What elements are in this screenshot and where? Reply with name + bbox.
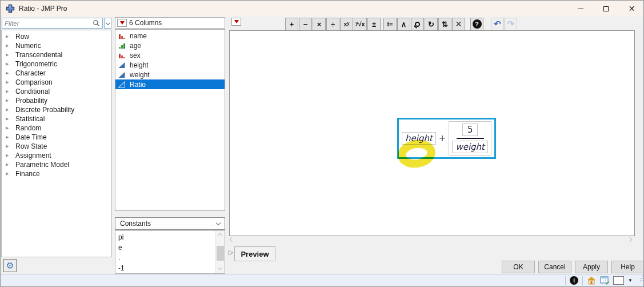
column-row-name[interactable]: name <box>115 31 225 41</box>
canvas-scroll-right-icon[interactable] <box>627 237 632 242</box>
chevron-down-icon <box>216 220 221 225</box>
column-row-sex[interactable]: sex <box>115 50 225 60</box>
function-category-item[interactable]: ▶ Finance <box>2 169 111 178</box>
disclosure-triangle-icon[interactable]: ▶ <box>6 107 13 112</box>
unary-sign-button[interactable]: ± <box>367 18 381 31</box>
swatch-dropdown-icon[interactable]: ▼ <box>628 278 633 283</box>
formula-canvas[interactable]: height + 5 weight <box>229 30 635 236</box>
function-category-item[interactable]: ▶ Numeric <box>2 41 111 50</box>
formula-help-button[interactable]: ? <box>470 18 483 31</box>
preview-disclosure-icon[interactable]: ▷ <box>229 249 233 256</box>
filter-input[interactable] <box>5 20 93 27</box>
close-button[interactable]: ✕ <box>619 1 644 17</box>
disclosure-triangle-icon[interactable]: ▶ <box>6 34 13 39</box>
constant-item[interactable]: . <box>118 253 215 263</box>
power-button[interactable]: xʸ <box>340 18 353 31</box>
settings-button[interactable]: ⚙ <box>3 259 17 272</box>
function-category-item[interactable]: ▶ Probability <box>2 96 111 105</box>
formula-selection-rect[interactable]: height + 5 weight <box>397 118 496 159</box>
columns-menu-button[interactable] <box>117 19 127 27</box>
root-button[interactable]: ʸ√x <box>354 18 367 31</box>
scroll-up-icon[interactable] <box>218 233 222 238</box>
function-category-item[interactable]: ▶ Trigonometric <box>2 59 111 69</box>
maximize-icon <box>603 6 609 11</box>
constant-item[interactable]: pi <box>118 232 215 242</box>
function-category-item[interactable]: ▶ Conditional <box>2 87 111 96</box>
disclosure-triangle-icon[interactable]: ▶ <box>6 162 13 167</box>
disclosure-triangle-icon[interactable]: ▶ <box>6 80 13 85</box>
disclosure-triangle-icon[interactable]: ▶ <box>6 43 13 48</box>
function-category-item[interactable]: ▶ Character <box>2 69 111 78</box>
disclosure-triangle-icon[interactable]: ▶ <box>6 144 13 149</box>
function-category-item[interactable]: ▶ Parametric Model <box>2 160 111 169</box>
redo-button[interactable]: ↷ <box>504 18 517 31</box>
formula-numerator[interactable]: 5 <box>462 123 478 136</box>
function-category-item[interactable]: ▶ Statistical <box>2 114 111 123</box>
constant-item[interactable]: -1 <box>118 263 215 273</box>
preview-button[interactable]: Preview <box>234 246 275 261</box>
peel-expression-button[interactable]: ∧ <box>397 18 410 31</box>
resize-grip[interactable] <box>640 280 641 281</box>
home-icon[interactable] <box>587 276 596 285</box>
function-group-select[interactable]: Constants <box>115 217 225 230</box>
function-category-item[interactable]: ▶ Transcendental <box>2 50 111 59</box>
function-category-label: Comparison <box>15 78 53 86</box>
delete-expression-button[interactable]: × <box>452 18 465 31</box>
maximize-button[interactable] <box>593 1 619 17</box>
switch-terms-button[interactable]: ↻ <box>425 18 438 31</box>
formula-term-height[interactable]: height <box>402 132 436 145</box>
info-icon[interactable]: i <box>570 276 578 285</box>
function-category-item[interactable]: ▶ Row <box>2 32 111 41</box>
minimize-button[interactable] <box>567 1 593 17</box>
constants-scrollbar[interactable] <box>215 231 225 273</box>
column-row-ratio-selected[interactable]: Ratio <box>115 79 225 89</box>
function-category-label: Trigonometric <box>15 60 57 68</box>
column-row-height[interactable]: height <box>115 60 225 70</box>
local-assignment-button[interactable]: t= <box>383 18 397 31</box>
scrollbar-thumb[interactable] <box>217 246 224 261</box>
column-row-weight[interactable]: weight <box>115 70 225 79</box>
function-category-item[interactable]: ▶ Assignment <box>2 151 111 160</box>
subtract-button[interactable]: − <box>299 18 312 31</box>
column-row-age[interactable]: age <box>115 41 225 50</box>
function-category-label: Conditional <box>15 87 50 95</box>
formula-menu-button[interactable] <box>231 18 241 26</box>
divide-button[interactable]: ÷ <box>326 18 339 31</box>
disclosure-triangle-icon[interactable]: ▶ <box>6 172 13 176</box>
disclosure-triangle-icon[interactable]: ▶ <box>6 98 13 103</box>
multiply-button[interactable]: × <box>313 18 326 31</box>
disclosure-triangle-icon[interactable]: ▶ <box>6 117 13 121</box>
formula-plus-operator[interactable]: + <box>439 133 446 144</box>
disclosure-triangle-icon[interactable]: ▶ <box>6 126 13 130</box>
function-category-item[interactable]: ▶ Discrete Probability <box>2 105 111 114</box>
help-button[interactable]: Help <box>611 261 644 273</box>
disclosure-triangle-icon[interactable]: ▶ <box>6 153 13 158</box>
disclosure-triangle-icon[interactable]: ▶ <box>6 71 13 75</box>
disclosure-triangle-icon[interactable]: ▶ <box>6 89 13 94</box>
add-button[interactable]: + <box>285 18 298 31</box>
ok-button[interactable]: OK <box>502 261 535 273</box>
function-category-item[interactable]: ▶ Row State <box>2 142 111 151</box>
data-table-icon[interactable] <box>600 276 609 285</box>
status-bar: i ▼ <box>1 274 644 287</box>
boxing-button[interactable]: ⇅ <box>438 18 451 31</box>
function-category-item[interactable]: ▶ Date Time <box>2 133 111 142</box>
formula-denominator[interactable]: weight <box>452 141 488 153</box>
undo-button[interactable]: ↶ <box>491 18 504 31</box>
filter-dropdown-button[interactable] <box>104 18 111 29</box>
magnify-button[interactable] <box>411 18 424 31</box>
cancel-button[interactable]: Cancel <box>538 261 571 273</box>
disclosure-triangle-icon[interactable]: ▶ <box>6 53 13 57</box>
formula-fraction[interactable]: 5 weight <box>449 121 491 156</box>
function-category-item[interactable]: ▶ Random <box>2 123 111 133</box>
constant-item[interactable]: e <box>118 242 215 253</box>
color-swatch[interactable] <box>613 276 624 285</box>
function-category-item[interactable]: ▶ Comparison <box>2 78 111 87</box>
canvas-scroll-left-icon[interactable] <box>230 237 234 242</box>
disclosure-triangle-icon[interactable]: ▶ <box>6 62 13 66</box>
function-category-label: Row <box>15 33 29 41</box>
continuous-empty-column-icon <box>118 81 126 88</box>
disclosure-triangle-icon[interactable]: ▶ <box>6 135 13 139</box>
apply-button[interactable]: Apply <box>575 261 608 273</box>
scroll-down-icon[interactable] <box>218 265 222 270</box>
